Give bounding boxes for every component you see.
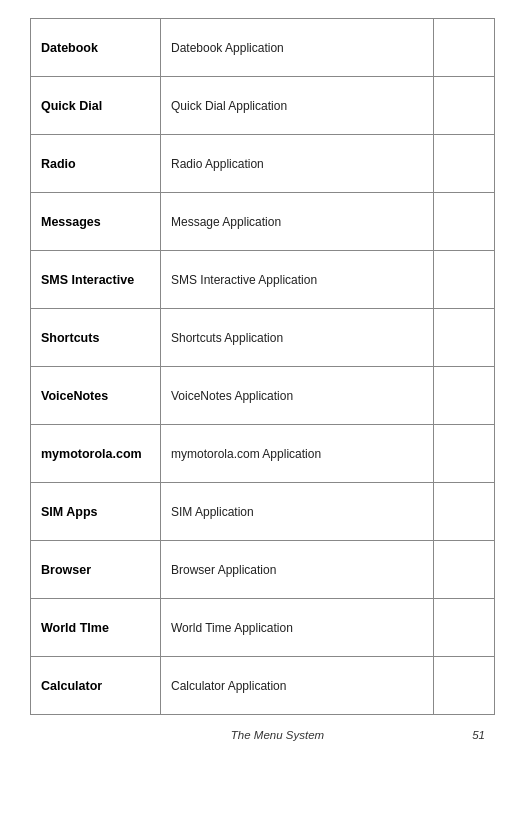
cell-empty <box>434 483 494 540</box>
cell-name: VoiceNotes <box>31 367 161 424</box>
cell-empty <box>434 135 494 192</box>
cell-description: Radio Application <box>161 135 434 192</box>
table-row: VoiceNotesVoiceNotes Application <box>31 367 494 425</box>
table-row: DatebookDatebook Application <box>31 19 494 77</box>
table-row: World TImeWorld Time Application <box>31 599 494 657</box>
cell-description: VoiceNotes Application <box>161 367 434 424</box>
cell-name: SIM Apps <box>31 483 161 540</box>
table-row: Quick DialQuick Dial Application <box>31 77 494 135</box>
cell-empty <box>434 251 494 308</box>
cell-empty <box>434 309 494 366</box>
table-row: CalculatorCalculator Application <box>31 657 494 715</box>
table-row: ShortcutsShortcuts Application <box>31 309 494 367</box>
cell-name: World TIme <box>31 599 161 656</box>
cell-empty <box>434 541 494 598</box>
cell-name: Browser <box>31 541 161 598</box>
cell-description: Calculator Application <box>161 657 434 714</box>
cell-name: Datebook <box>31 19 161 76</box>
cell-empty <box>434 657 494 714</box>
table-row: BrowserBrowser Application <box>31 541 494 599</box>
cell-description: Quick Dial Application <box>161 77 434 134</box>
cell-name: Radio <box>31 135 161 192</box>
table-row: SMS InteractiveSMS Interactive Applicati… <box>31 251 494 309</box>
footer-page: 51 <box>455 729 485 741</box>
table-row: MessagesMessage Application <box>31 193 494 251</box>
page-wrapper: DatebookDatebook ApplicationQuick DialQu… <box>0 0 525 835</box>
table-row: RadioRadio Application <box>31 135 494 193</box>
cell-name: Quick Dial <box>31 77 161 134</box>
cell-empty <box>434 193 494 250</box>
table-row: SIM AppsSIM Application <box>31 483 494 541</box>
cell-description: Datebook Application <box>161 19 434 76</box>
cell-description: Browser Application <box>161 541 434 598</box>
footer-label: The Menu System <box>40 729 455 741</box>
cell-empty <box>434 19 494 76</box>
cell-description: SIM Application <box>161 483 434 540</box>
cell-name: Calculator <box>31 657 161 714</box>
cell-empty <box>434 367 494 424</box>
cell-description: Message Application <box>161 193 434 250</box>
table-row: mymotorola.commymotorola.com Application <box>31 425 494 483</box>
cell-name: Messages <box>31 193 161 250</box>
cell-description: SMS Interactive Application <box>161 251 434 308</box>
cell-empty <box>434 425 494 482</box>
cell-empty <box>434 599 494 656</box>
main-table: DatebookDatebook ApplicationQuick DialQu… <box>30 18 495 715</box>
cell-name: SMS Interactive <box>31 251 161 308</box>
cell-description: Shortcuts Application <box>161 309 434 366</box>
cell-name: mymotorola.com <box>31 425 161 482</box>
cell-name: Shortcuts <box>31 309 161 366</box>
footer: The Menu System 51 <box>30 715 495 745</box>
cell-description: mymotorola.com Application <box>161 425 434 482</box>
cell-description: World Time Application <box>161 599 434 656</box>
cell-empty <box>434 77 494 134</box>
